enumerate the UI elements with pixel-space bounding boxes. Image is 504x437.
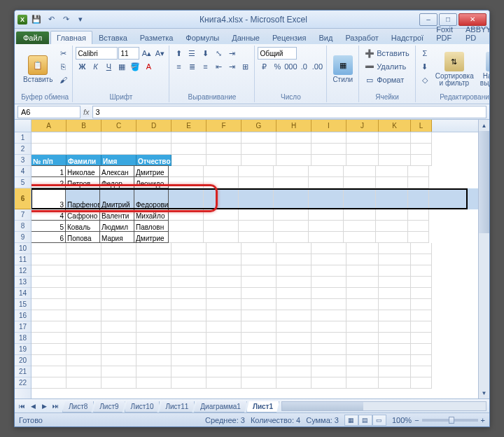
cell[interactable] xyxy=(276,132,312,144)
row-header[interactable]: 22 xyxy=(15,377,31,389)
cell[interactable] xyxy=(346,243,379,254)
cell[interactable] xyxy=(346,321,379,333)
col-header[interactable]: F xyxy=(206,120,241,132)
cell[interactable] xyxy=(206,254,241,265)
cell[interactable] xyxy=(346,144,379,155)
row-header[interactable]: 8 xyxy=(15,221,31,232)
cell[interactable] xyxy=(241,243,276,254)
cell[interactable] xyxy=(136,132,172,144)
cell[interactable] xyxy=(31,299,66,310)
cell[interactable] xyxy=(172,243,206,254)
view-page-break-icon[interactable]: ▭ xyxy=(372,415,386,426)
row-header[interactable]: 20 xyxy=(15,355,31,366)
fill-color-icon[interactable]: 🪣 xyxy=(129,60,141,73)
align-top-icon[interactable]: ⬆ xyxy=(172,47,185,60)
cell[interactable] xyxy=(276,377,312,389)
cell[interactable] xyxy=(206,344,241,355)
cell[interactable] xyxy=(172,277,206,288)
cell[interactable]: 1 xyxy=(31,165,66,177)
cell[interactable] xyxy=(309,232,344,243)
cell[interactable] xyxy=(379,277,411,288)
cut-icon[interactable]: ✂ xyxy=(57,47,69,60)
col-header[interactable]: K xyxy=(379,120,411,132)
cell[interactable] xyxy=(276,321,312,333)
view-normal-icon[interactable]: ▦ xyxy=(344,415,358,426)
zoom-in-icon[interactable]: + xyxy=(481,416,485,424)
tab-nav-last-icon[interactable]: ⏭ xyxy=(50,401,61,412)
cell[interactable] xyxy=(136,265,172,277)
cell[interactable] xyxy=(408,188,429,209)
fx-icon[interactable]: fx xyxy=(83,108,90,116)
decrease-font-icon[interactable]: A▾ xyxy=(153,47,166,60)
cell[interactable] xyxy=(241,321,276,333)
cell[interactable] xyxy=(239,209,274,221)
cell[interactable]: Коваль xyxy=(65,220,100,232)
tab-addins[interactable]: Надстрої xyxy=(385,31,430,44)
find-select-button[interactable]: 🔍 Найти и выделить xyxy=(477,47,490,92)
cell[interactable] xyxy=(172,377,206,389)
cell[interactable]: № п/п xyxy=(31,155,66,166)
cell[interactable] xyxy=(31,144,66,155)
col-header[interactable]: H xyxy=(276,120,312,132)
cell[interactable] xyxy=(31,132,66,144)
cell[interactable] xyxy=(276,277,312,288)
delete-cells-button[interactable]: ➖Удалить xyxy=(362,60,412,73)
cell[interactable] xyxy=(346,265,379,277)
cell[interactable] xyxy=(276,355,312,366)
cell[interactable] xyxy=(276,155,312,166)
cell[interactable] xyxy=(379,265,411,277)
cell[interactable] xyxy=(172,310,206,321)
cell[interactable] xyxy=(66,288,102,299)
cell[interactable] xyxy=(309,221,344,232)
name-box[interactable]: A6 xyxy=(18,106,80,118)
cell[interactable] xyxy=(379,366,411,377)
cell[interactable] xyxy=(102,333,136,344)
cell[interactable] xyxy=(379,288,411,299)
percent-icon[interactable]: % xyxy=(271,60,284,73)
fill-icon[interactable]: ⬇ xyxy=(419,60,431,73)
cell[interactable] xyxy=(66,144,102,155)
cell[interactable]: Попова xyxy=(65,231,100,243)
row-header[interactable]: 14 xyxy=(15,288,31,299)
cell[interactable] xyxy=(408,209,429,221)
cell[interactable] xyxy=(274,166,309,177)
scroll-thumb[interactable] xyxy=(479,131,489,233)
cell[interactable] xyxy=(31,254,66,265)
col-header[interactable]: B xyxy=(66,120,102,132)
row-header[interactable]: 5 xyxy=(15,177,31,188)
cell[interactable] xyxy=(31,265,66,277)
cell[interactable] xyxy=(136,344,172,355)
cell[interactable] xyxy=(276,310,312,321)
undo-icon[interactable]: ↶ xyxy=(44,13,58,27)
select-all-corner[interactable] xyxy=(15,120,31,132)
tab-nav-prev-icon[interactable]: ◀ xyxy=(27,401,38,412)
cell[interactable] xyxy=(411,144,432,155)
cell[interactable] xyxy=(312,366,346,377)
cell[interactable] xyxy=(31,243,66,254)
col-header[interactable]: J xyxy=(346,120,379,132)
cell[interactable] xyxy=(274,221,309,232)
cell[interactable] xyxy=(312,310,346,321)
row-header[interactable]: 21 xyxy=(15,366,31,377)
cell[interactable] xyxy=(274,232,309,243)
cell[interactable] xyxy=(346,344,379,355)
autosum-icon[interactable]: Σ xyxy=(419,47,431,60)
font-select[interactable]: Calibri xyxy=(76,47,118,60)
tab-nav-first-icon[interactable]: ⏮ xyxy=(16,401,27,412)
cell[interactable] xyxy=(136,355,172,366)
cell[interactable] xyxy=(241,155,276,166)
styles-button[interactable]: ▦ Стили xyxy=(330,47,356,92)
tab-view[interactable]: Вид xyxy=(312,31,339,44)
col-header[interactable]: D xyxy=(136,120,172,132)
cell[interactable] xyxy=(312,355,346,366)
cell[interactable] xyxy=(66,265,102,277)
cell[interactable] xyxy=(102,243,136,254)
orientation-icon[interactable]: ⤡ xyxy=(212,47,225,60)
cell[interactable] xyxy=(312,155,346,166)
cell[interactable] xyxy=(206,333,241,344)
row-header[interactable]: 2 xyxy=(15,144,31,155)
clear-icon[interactable]: ◇ xyxy=(419,74,431,86)
cell[interactable] xyxy=(379,377,411,389)
cell[interactable]: Валенти xyxy=(99,209,134,221)
cell[interactable] xyxy=(136,366,172,377)
